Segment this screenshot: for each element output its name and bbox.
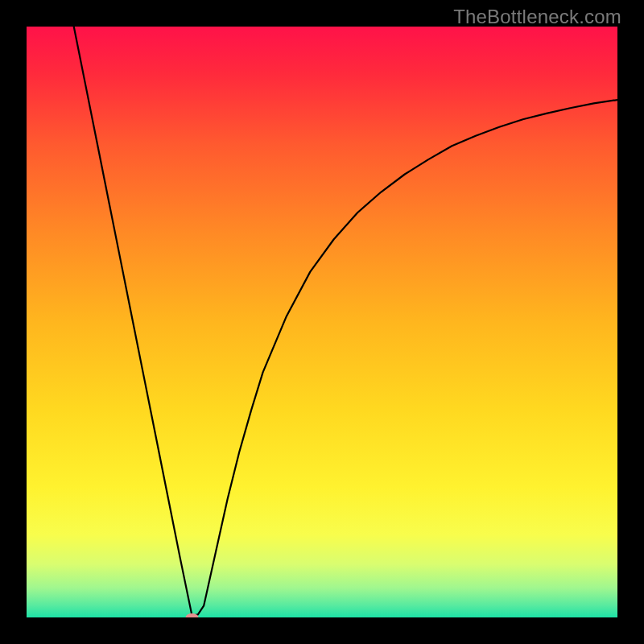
gradient-background	[27, 27, 617, 617]
plot-area	[27, 27, 617, 617]
chart-frame: TheBottleneck.com	[0, 0, 644, 644]
bottleneck-chart	[27, 27, 617, 617]
watermark-label: TheBottleneck.com	[453, 6, 621, 28]
